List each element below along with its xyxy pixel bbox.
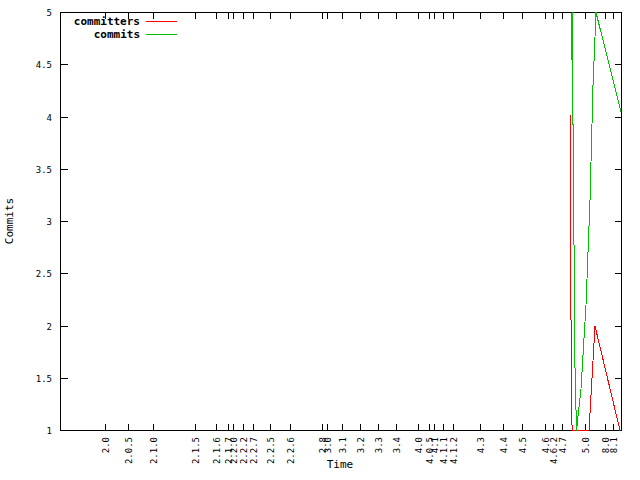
x-tick-label: 5.0: [581, 437, 591, 453]
legend-label-committers: committers: [74, 15, 140, 28]
legend-label-commits: commits: [94, 28, 140, 41]
y-tick-label: 2.5: [36, 269, 52, 279]
y-tick-label: 2: [47, 322, 52, 332]
commits-over-time-chart: Commits Time 11.522.533.544.55 2.02.0.52…: [0, 0, 640, 480]
y-tick-label: 4.5: [36, 60, 52, 70]
y-axis-title: Commits: [3, 198, 16, 244]
x-axis-ticks: 2.02.0.52.1.02.1.52.1.62.1.72.2.02.2.22.…: [101, 13, 619, 465]
x-tick-label: 4.0: [414, 437, 424, 453]
x-tick-label: 8.1: [609, 437, 619, 453]
x-tick-label: 2.2.7: [249, 437, 259, 464]
x-tick-label: 3.1: [338, 437, 348, 453]
x-tick-label: 3.4: [392, 437, 402, 453]
x-tick-label: 2.2.6: [286, 437, 296, 464]
series-commits-line: [571, 13, 621, 431]
y-tick-label: 3.5: [36, 165, 52, 175]
x-tick-label: 4.5: [518, 437, 528, 453]
x-tick-label: 2.0: [101, 437, 111, 453]
y-tick-label: 4: [47, 113, 52, 123]
y-tick-label: 5: [47, 8, 52, 18]
x-tick-label: 2.1.6: [212, 437, 222, 464]
x-tick-label: 4.1.2: [449, 437, 459, 464]
y-tick-label: 1: [47, 426, 52, 436]
x-tick-label: 4.3: [476, 437, 486, 453]
x-tick-label: 2.2.2: [239, 437, 249, 464]
x-tick-label: 4.4: [499, 437, 509, 453]
legend: committerscommits: [74, 15, 177, 41]
x-tick-label: 2.1.0: [149, 437, 159, 464]
data-series: [570, 13, 621, 431]
x-tick-label: 4.1.1: [439, 437, 449, 464]
y-axis-ticks: 11.522.533.544.55: [36, 8, 622, 436]
plot-border: [61, 13, 622, 431]
x-axis-title: Time: [327, 458, 354, 471]
y-tick-label: 3: [47, 217, 52, 227]
x-tick-label: 2.1.5: [191, 437, 201, 464]
x-tick-label: 3.0: [323, 437, 333, 453]
x-tick-label: 2.0.5: [124, 437, 134, 464]
x-tick-label: 2.2.0: [229, 437, 239, 464]
chart-page: Commits Time 11.522.533.544.55 2.02.0.52…: [0, 0, 640, 480]
x-tick-label: 2.2.5: [266, 437, 276, 464]
y-tick-label: 1.5: [36, 374, 52, 384]
series-committers-line: [570, 115, 620, 431]
x-tick-label: 3.3: [374, 437, 384, 453]
x-tick-label: 4.7: [558, 437, 568, 453]
x-tick-label: 3.2: [356, 437, 366, 453]
